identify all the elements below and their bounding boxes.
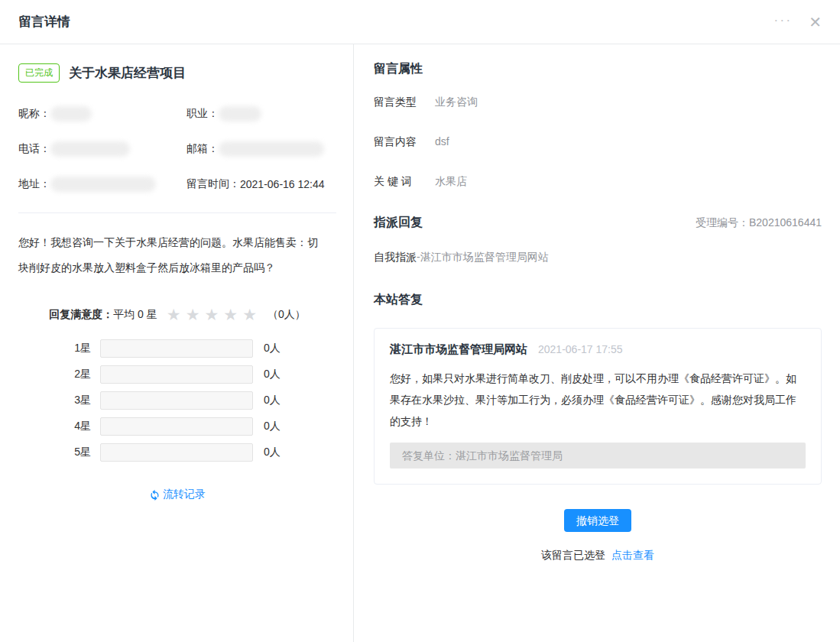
- published-status-line: 该留言已选登 点击查看: [374, 549, 822, 563]
- rating-row-3star: 3星 0人: [18, 391, 336, 410]
- modal-title: 留言详情: [18, 13, 70, 31]
- rating-row-1star: 1星 0人: [18, 339, 336, 358]
- rating-bar: [100, 339, 253, 358]
- rating-bar: [100, 443, 253, 462]
- rating-row-count: 0人: [264, 394, 294, 407]
- rating-distribution: 1星 0人 2星 0人 3星 0人 4星 0人 5星: [18, 339, 336, 462]
- rating-bar: [100, 391, 253, 410]
- rating-row-5star: 5星 0人: [18, 443, 336, 462]
- reply-time: 2021-06-17 17:55: [538, 343, 623, 355]
- star-rating-icons: ★★★★★: [167, 306, 261, 323]
- assign-header-row: 指派回复 受理编号：B20210616441: [374, 215, 822, 231]
- rating-row-label: 4星: [60, 420, 91, 433]
- message-title: 关于水果店经营项目: [69, 64, 186, 82]
- rating-row-label: 5星: [60, 446, 91, 459]
- sync-icon: [149, 489, 161, 501]
- reply-content: 您好，如果只对水果进行简单改刀、削皮处理，可以不用办理《食品经营许可证》。如果存…: [390, 368, 806, 432]
- reply-heading: 本站答复: [374, 292, 822, 308]
- rating-row-count: 0人: [264, 420, 294, 433]
- nickname-redacted-value: [50, 106, 92, 122]
- header-actions: ··· ✕: [774, 13, 822, 31]
- phone-label: 电话：: [18, 142, 50, 156]
- rating-row-label: 2星: [60, 368, 91, 381]
- rating-row-label: 1星: [60, 342, 91, 355]
- address-label: 地址：: [18, 177, 50, 191]
- assignee-site: -湛江市市场监督管理局网站: [417, 251, 549, 263]
- rating-row-count: 0人: [264, 342, 294, 355]
- action-area: 撤销选登: [374, 509, 822, 532]
- attr-value: 业务咨询: [435, 96, 478, 109]
- message-content: 您好！我想咨询一下关于水果店经营的问题。水果店能售卖：切块削好皮的水果放入塑料盒…: [18, 230, 324, 280]
- reply-card-header: 湛江市市场监督管理局网站 2021-06-17 17:55: [390, 342, 806, 357]
- email-redacted-value: [219, 141, 324, 157]
- message-title-row: 已完成 关于水果店经营项目: [18, 63, 336, 83]
- occupation-field: 职业：: [186, 105, 336, 122]
- star-icon: ★: [204, 306, 223, 323]
- rating-row-count: 0人: [264, 368, 294, 381]
- email-field: 邮箱：: [186, 141, 336, 157]
- rating-bar: [100, 417, 253, 436]
- email-label: 邮箱：: [186, 142, 219, 156]
- phone-redacted-value: [50, 141, 130, 157]
- reply-author: 湛江市市场监督管理局网站: [390, 342, 527, 357]
- phone-field: 电话：: [18, 141, 186, 157]
- rating-row-count: 0人: [264, 446, 294, 459]
- modal-header: 留言详情 ··· ✕: [0, 0, 840, 44]
- transfer-record-link[interactable]: 流转记录: [18, 488, 336, 501]
- assignee-prefix: 自我指派: [374, 251, 417, 263]
- message-detail-panel: 已完成 关于水果店经营项目 昵称： 职业： 电话： 邮箱： 地址：: [0, 44, 354, 642]
- revoke-publish-button[interactable]: 撤销选登: [564, 509, 631, 532]
- attr-label: 留言内容: [374, 135, 435, 149]
- occupation-redacted-value: [219, 106, 261, 122]
- attributes-heading: 留言属性: [374, 61, 822, 77]
- attr-label: 关 键 词: [374, 175, 435, 189]
- view-published-link[interactable]: 点击查看: [611, 549, 654, 561]
- satisfaction-label: 回复满意度：: [49, 308, 113, 322]
- attr-value: 水果店: [435, 175, 467, 189]
- occupation-label: 职业：: [186, 107, 219, 121]
- rating-row-4star: 4星 0人: [18, 417, 336, 436]
- attr-row-keyword: 关 键 词 水果店: [374, 175, 822, 189]
- star-icon: ★: [186, 306, 205, 323]
- message-time-label: 留言时间：: [186, 177, 240, 191]
- message-time-value: 2021-06-16 12:44: [240, 178, 325, 190]
- star-icon: ★: [223, 306, 242, 323]
- assign-heading: 指派回复: [374, 215, 423, 231]
- satisfaction-summary: 回复满意度： 平均 0 星 ★★★★★ （0人）: [18, 306, 336, 323]
- satisfaction-total: （0人）: [268, 308, 306, 322]
- divider: [18, 212, 336, 213]
- sender-info-grid: 昵称： 职业： 电话： 邮箱： 地址： 留言时间： 2021-06-16: [18, 105, 336, 193]
- transfer-record-label: 流转记录: [163, 488, 206, 501]
- address-redacted-value: [50, 177, 156, 192]
- published-text: 该留言已选登: [541, 549, 605, 561]
- attr-row-type: 留言类型 业务咨询: [374, 96, 822, 109]
- assignee-line: 自我指派-湛江市市场监督管理局网站: [374, 251, 822, 264]
- satisfaction-average: 平均 0 星: [113, 308, 157, 322]
- modal-body: 已完成 关于水果店经营项目 昵称： 职业： 电话： 邮箱： 地址：: [0, 44, 840, 642]
- attr-row-content: 留言内容 dsf: [374, 135, 822, 149]
- status-badge: 已完成: [18, 63, 60, 83]
- reply-panel: 留言属性 留言类型 业务咨询 留言内容 dsf 关 键 词 水果店 指派回复 受…: [354, 44, 840, 642]
- nickname-field: 昵称：: [18, 105, 186, 122]
- address-field: 地址：: [18, 176, 186, 193]
- more-icon[interactable]: ···: [774, 13, 792, 31]
- reply-unit-box: 答复单位：湛江市市场监督管理局: [390, 443, 806, 469]
- star-icon: ★: [242, 306, 261, 323]
- rating-row-label: 3星: [60, 394, 91, 407]
- attr-value: dsf: [435, 135, 449, 149]
- message-time-field: 留言时间： 2021-06-16 12:44: [186, 176, 336, 193]
- case-number: 受理编号：B20210616441: [696, 216, 822, 230]
- reply-card: 湛江市市场监督管理局网站 2021-06-17 17:55 您好，如果只对水果进…: [374, 328, 822, 485]
- attr-label: 留言类型: [374, 96, 435, 109]
- rating-row-2star: 2星 0人: [18, 365, 336, 384]
- close-icon[interactable]: ✕: [809, 15, 822, 30]
- star-icon: ★: [167, 306, 186, 323]
- rating-bar: [100, 365, 253, 384]
- attributes-list: 留言类型 业务咨询 留言内容 dsf 关 键 词 水果店: [374, 96, 822, 189]
- nickname-label: 昵称：: [18, 107, 50, 121]
